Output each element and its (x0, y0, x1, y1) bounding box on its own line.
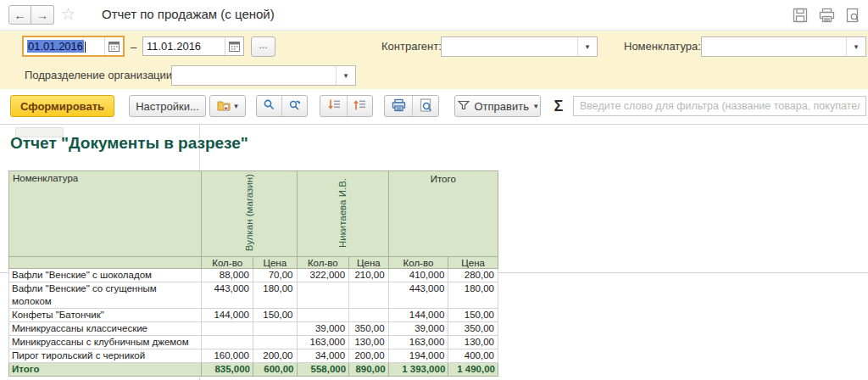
price-cell[interactable] (349, 282, 388, 309)
counterparty-dropdown-button[interactable]: ▾ (577, 37, 597, 56)
qty-cell[interactable]: 410,000 (388, 269, 448, 282)
qty-cell[interactable]: 443,000 (388, 282, 448, 309)
print-button[interactable] (385, 96, 412, 116)
price-header[interactable]: Цена (448, 257, 498, 269)
division-combobox[interactable]: ▾ (171, 65, 356, 86)
forward-button[interactable]: → (31, 5, 54, 25)
page-title: Отчет по продажам (с ценой) (102, 7, 275, 21)
price-cell[interactable]: 130,00 (349, 336, 388, 349)
item-name-cell[interactable]: Вафли "Венские" с шоколадом (9, 269, 202, 282)
group-header-nikitaeva[interactable]: Никитаева И.В. (297, 171, 388, 257)
favorite-star-icon[interactable]: ☆ (61, 4, 75, 24)
qty-header[interactable]: Кол-во (297, 257, 349, 269)
qty-cell[interactable]: 88,000 (202, 269, 253, 282)
sigma-icon: Σ (554, 98, 564, 115)
price-cell[interactable]: 180,00 (253, 282, 297, 309)
qty-cell[interactable]: 194,000 (388, 349, 448, 363)
table-row[interactable]: Вафли "Венские" с шоколадом 88,000 70,00… (9, 269, 498, 282)
totals-price-cell[interactable]: 890,00 (349, 363, 388, 377)
totals-price-cell[interactable]: 1 490,00 (448, 363, 498, 377)
group-header-total[interactable]: Итого (388, 171, 498, 257)
totals-qty-cell[interactable]: 558,000 (297, 363, 349, 377)
qty-cell[interactable]: 163,000 (388, 336, 448, 349)
settings-button[interactable]: Настройки... (129, 95, 206, 117)
quick-filter-input[interactable] (573, 96, 866, 116)
price-cell[interactable] (349, 309, 388, 322)
counterparty-combobox[interactable]: ▾ (441, 36, 598, 57)
date-from-field[interactable]: 01.01.2016 (22, 36, 125, 57)
price-cell[interactable]: 70,00 (253, 269, 297, 282)
totals-price-cell[interactable]: 600,00 (253, 363, 297, 377)
print-preview-icon[interactable] (844, 7, 861, 24)
price-cell[interactable]: 200,00 (253, 349, 297, 363)
qty-cell[interactable]: 39,000 (388, 322, 448, 336)
preview-button[interactable] (412, 96, 438, 116)
save-icon[interactable] (792, 7, 809, 24)
sum-button[interactable]: Σ (548, 95, 570, 117)
generate-button[interactable]: Сформировать (10, 95, 114, 117)
item-name-cell[interactable]: Миникруассаны классические (9, 322, 202, 336)
corner-header-cell[interactable]: Номенклатура (9, 171, 202, 257)
find-next-button[interactable] (281, 96, 307, 116)
expand-groups-button[interactable] (321, 96, 347, 116)
price-cell[interactable]: 210,00 (349, 269, 388, 282)
price-cell[interactable]: 180,00 (448, 282, 498, 309)
qty-cell[interactable]: 144,000 (388, 309, 448, 322)
price-header[interactable]: Цена (349, 257, 388, 269)
group-header-vulkan[interactable]: Вулкан (магазин) (202, 171, 297, 257)
price-cell[interactable]: 350,00 (448, 322, 498, 336)
division-label: Подразделение организации: (25, 69, 175, 81)
table-row[interactable]: Конфеты "Батончик" 144,000 150,00 144,00… (9, 309, 498, 322)
table-row[interactable]: Миникруассаны с клубничным джемом 163,00… (9, 336, 498, 349)
qty-cell[interactable] (202, 322, 253, 336)
period-more-button[interactable]: ... (251, 36, 275, 57)
price-header[interactable]: Цена (253, 257, 297, 269)
calendar-icon[interactable] (225, 37, 243, 55)
qty-cell[interactable]: 34,000 (297, 349, 349, 363)
price-cell[interactable]: 150,00 (253, 309, 297, 322)
date-to-field[interactable]: 11.01.2016 (142, 36, 244, 56)
qty-cell[interactable]: 443,000 (202, 282, 253, 309)
text-cursor (85, 42, 86, 53)
find-button[interactable] (257, 96, 281, 116)
item-name-cell[interactable]: Конфеты "Батончик" (9, 309, 202, 322)
nomenclature-combobox[interactable]: ▾ (701, 36, 866, 57)
print-icon[interactable] (818, 7, 835, 24)
qty-cell[interactable]: 39,000 (297, 322, 349, 336)
price-cell[interactable]: 400,00 (448, 349, 498, 363)
nomenclature-dropdown-button[interactable]: ▾ (846, 37, 865, 56)
qty-cell[interactable] (297, 309, 349, 322)
price-cell[interactable]: 150,00 (448, 309, 498, 322)
item-name-cell[interactable]: Миникруассаны с клубничным джемом (9, 336, 202, 349)
price-cell[interactable]: 200,00 (349, 349, 388, 363)
collapse-groups-button[interactable] (347, 96, 372, 116)
price-cell[interactable]: 280,00 (448, 269, 498, 282)
price-cell[interactable]: 350,00 (349, 322, 388, 336)
qty-header[interactable]: Кол-во (388, 257, 448, 269)
send-button[interactable]: Отправить ▾ (454, 95, 541, 117)
table-row[interactable]: Вафли "Венские" со сгущенным молоком 443… (9, 282, 498, 309)
qty-cell[interactable] (202, 336, 253, 349)
item-name-cell[interactable]: Вафли "Венские" со сгущенным молоком (9, 282, 202, 309)
price-cell[interactable] (253, 336, 297, 349)
qty-cell[interactable]: 144,000 (202, 309, 253, 322)
price-cell[interactable]: 130,00 (448, 336, 498, 349)
qty-cell[interactable]: 322,000 (297, 269, 349, 282)
chevron-down-icon: ▾ (854, 42, 859, 51)
price-cell[interactable] (253, 322, 297, 336)
calendar-icon[interactable] (104, 37, 123, 55)
item-name-cell[interactable]: Пирог тирольский с черникой (9, 349, 202, 363)
qty-cell[interactable] (297, 282, 349, 309)
report-variants-button[interactable]: ▾ (209, 95, 246, 117)
totals-qty-cell[interactable]: 1 393,000 (388, 363, 448, 377)
totals-qty-cell[interactable]: 835,000 (202, 363, 253, 377)
division-dropdown-button[interactable]: ▾ (336, 66, 355, 85)
table-row[interactable]: Пирог тирольский с черникой 160,000 200,… (9, 349, 498, 363)
back-button[interactable]: ← (8, 5, 31, 25)
chevron-down-icon: ▾ (344, 71, 348, 80)
totals-row[interactable]: Итого 835,000 600,00 558,000 890,00 1 39… (9, 363, 498, 377)
table-row[interactable]: Миникруассаны классические 39,000 350,00… (9, 322, 498, 336)
qty-cell[interactable]: 160,000 (202, 349, 253, 363)
qty-header[interactable]: Кол-во (202, 257, 253, 269)
qty-cell[interactable]: 163,000 (297, 336, 349, 349)
